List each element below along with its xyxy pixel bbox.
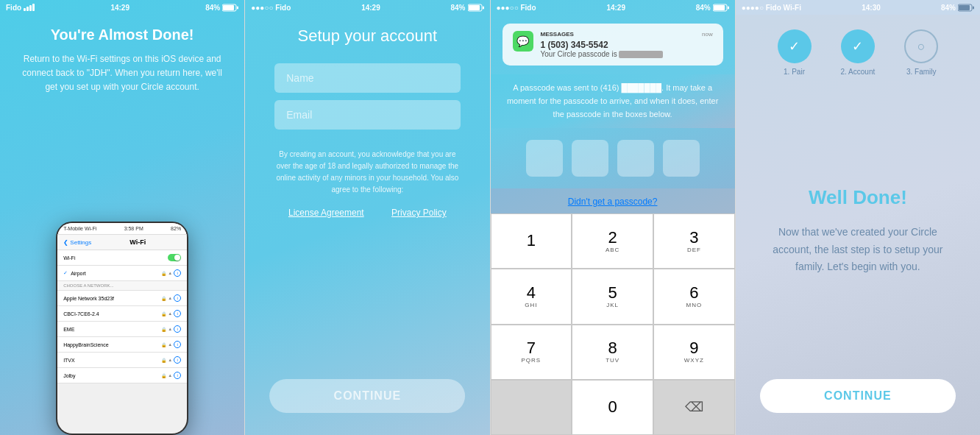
phone-battery: 82% — [171, 226, 181, 231]
battery-2: 84% — [450, 4, 465, 12]
step-pair-label: 1. Pair — [784, 68, 805, 76]
license-link[interactable]: License Agreement — [288, 208, 364, 218]
panel1-content: You're Almost Done! Return to the Wi-Fi … — [0, 15, 244, 102]
info-icon-6[interactable]: i — [174, 372, 181, 379]
numpad-letters-9: WXYZ — [684, 357, 704, 364]
svg-rect-2 — [237, 6, 238, 9]
phone-network-4[interactable]: HappyBrainScience 🔒 ▲ i — [57, 337, 187, 353]
phone-mockup: T-Mobile Wi-Fi 3:58 PM 82% ❮ Settings Wi… — [56, 222, 188, 435]
numpad-digit-3: 3 — [689, 230, 698, 246]
info-icon-3[interactable]: i — [174, 325, 181, 333]
phone-network-6[interactable]: Jolby 🔒 ▲ i — [57, 368, 187, 383]
info-icon[interactable]: i — [174, 269, 181, 277]
lock-icon-3: 🔒 — [161, 327, 166, 332]
numpad-key-delete[interactable]: ⌫ — [653, 380, 735, 435]
redacted-passcode — [619, 51, 663, 58]
resend-passcode-link[interactable]: Didn't get a passcode? — [568, 197, 658, 207]
phone-network-5[interactable]: ITVX 🔒 ▲ i — [57, 353, 187, 368]
email-input[interactable] — [274, 100, 460, 130]
panel4-continue-button[interactable]: CONTINUE — [760, 379, 956, 413]
numpad-letters-2: ABC — [606, 247, 619, 253]
numpad-digit-2: 2 — [608, 230, 617, 246]
svg-rect-8 — [728, 6, 729, 9]
step-account-circle: ✓ — [841, 29, 875, 63]
battery-icon-2 — [468, 4, 484, 12]
step-pair: ✓ 1. Pair — [778, 29, 812, 76]
numpad-key-1[interactable]: 1 — [491, 213, 572, 269]
info-icon-5[interactable]: i — [174, 356, 181, 364]
phone-wifi-header: ❮ Settings Wi-Fi — [57, 235, 187, 250]
numpad-key-0[interactable]: 0 — [572, 380, 653, 435]
wifi-icon-1: ▲ — [168, 296, 172, 300]
numpad-key-6[interactable]: 6 MNO — [653, 269, 735, 324]
numpad-key-8[interactable]: 8 TUV — [572, 325, 653, 380]
lock-icon-2: 🔒 — [161, 311, 166, 316]
phone-screen: T-Mobile Wi-Fi 3:58 PM 82% ❮ Settings Wi… — [57, 223, 187, 434]
numpad-digit-0: 0 — [608, 399, 617, 415]
info-icon-1[interactable]: i — [174, 294, 181, 302]
panel4-title: Well Done! — [809, 186, 907, 209]
lock-icon-5: 🔒 — [161, 358, 166, 363]
step-pair-circle: ✓ — [778, 29, 812, 63]
panel2-continue-button[interactable]: CONTINUE — [269, 379, 465, 413]
phone-header-title: Wi-Fi — [129, 238, 146, 246]
numpad-key-3[interactable]: 3 DEF — [653, 213, 735, 269]
numpad-key-5[interactable]: 5 JKL — [572, 269, 653, 324]
sms-notification: 💬 MESSAGES now 1 (503) 345-5542 Your Cir… — [503, 24, 723, 66]
svg-rect-5 — [483, 6, 484, 9]
status-bar-1: Fido 14:29 84% — [0, 0, 244, 15]
svg-rect-11 — [973, 6, 974, 9]
phone-section-label: CHOOSE A NETWORK... — [57, 281, 187, 291]
passcode-box-2[interactable] — [572, 140, 608, 177]
passcode-box-3[interactable] — [617, 140, 654, 177]
step-family-circle: ○ — [904, 29, 938, 63]
message-bubble-icon: 💬 — [516, 35, 529, 47]
lock-icon-6: 🔒 — [161, 373, 166, 378]
numpad-letters-4: GHI — [525, 302, 537, 308]
phone-network-2[interactable]: CBCI-7CE6-2.4 🔒 ▲ i — [57, 306, 187, 322]
name-input[interactable] — [274, 63, 460, 93]
info-icon-2[interactable]: i — [174, 310, 181, 317]
passcode-box-4[interactable] — [663, 140, 700, 177]
numpad-key-9[interactable]: 9 WXYZ — [653, 325, 735, 380]
wifi-icon-5: ▲ — [168, 358, 172, 362]
numpad-digit-6: 6 — [689, 285, 698, 301]
numpad-key-2[interactable]: 2 ABC — [572, 213, 653, 269]
wifi-icon-3: ▲ — [168, 327, 172, 331]
notification-message: Your Circle passcode is — [541, 50, 713, 58]
privacy-link[interactable]: Privacy Policy — [391, 208, 447, 218]
phone-network-airport[interactable]: Airport — [71, 271, 161, 276]
passcode-description: A passcode was sent to (416) ███████. It… — [491, 74, 735, 128]
carrier-3: ●●●○○ Fido — [497, 4, 536, 12]
phone-wifi-toggle[interactable] — [168, 254, 181, 261]
numpad-key-empty — [491, 380, 572, 435]
legal-links: License Agreement Privacy Policy — [274, 208, 460, 218]
setup-steps: ✓ 1. Pair ✓ 2. Account ○ 3. Family — [736, 15, 980, 83]
wifi-icon-6: ▲ — [168, 373, 172, 378]
phone-airport-row: ✓ Airport 🔒 ▲ i — [57, 266, 187, 281]
numpad-digit-1: 1 — [527, 233, 536, 249]
wifi-icon: ▲ — [168, 271, 172, 275]
panel2-title: Setup your account — [274, 26, 460, 46]
panel2-content: Setup your account By creating an accoun… — [245, 15, 489, 225]
numpad-key-7[interactable]: 7 PQRS — [491, 325, 572, 380]
phone-wifi-label: Wi-Fi — [63, 255, 75, 261]
phone-time: 3:58 PM — [124, 226, 143, 231]
panel-setup-account: ●●●○○ Fido 14:29 84% Setup your account … — [245, 0, 489, 435]
passcode-desc-text: A passcode was sent to (416) ███████. It… — [505, 82, 720, 121]
phone-network-3[interactable]: EME 🔒 ▲ i — [57, 322, 187, 337]
panel-almost-done: Fido 14:29 84% You're Almost Done! Retur… — [0, 0, 244, 435]
numpad-digit-7: 7 — [527, 340, 536, 356]
numpad-digit-5: 5 — [608, 285, 617, 301]
info-icon-4[interactable]: i — [174, 341, 181, 348]
time-4: 14:30 — [862, 4, 881, 12]
phone-back-button[interactable]: ❮ Settings — [63, 239, 91, 246]
phone-network-1[interactable]: Apple Network 35d23f 🔒 ▲ i — [57, 291, 187, 306]
numpad-key-4[interactable]: 4 GHI — [491, 269, 572, 324]
battery-icon-4 — [958, 4, 974, 12]
numpad-letters-8: TUV — [606, 357, 619, 364]
passcode-box-1[interactable] — [526, 140, 563, 177]
status-bar-4: ●●●●○ Fido Wi-Fi 14:30 84% — [736, 0, 980, 15]
delete-icon: ⌫ — [685, 399, 703, 415]
numpad-digit-4: 4 — [527, 285, 536, 301]
